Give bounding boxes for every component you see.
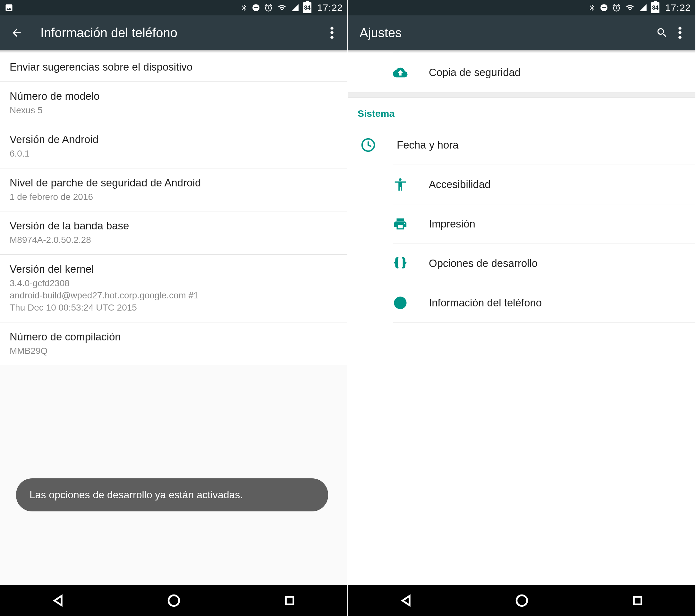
picture-icon (4, 3, 14, 12)
overflow-menu-button[interactable] (323, 24, 341, 42)
list-item-security-patch[interactable]: Nivel de parche de seguridad de Android … (0, 169, 347, 212)
phone-left: 84 17:22 Información del teléfono Enviar… (0, 0, 348, 616)
svg-rect-6 (286, 597, 293, 604)
nav-back-icon (51, 594, 65, 608)
list-item-baseband[interactable]: Versión de la banda base M8974A-2.0.50.2… (0, 211, 347, 255)
nav-home-icon (515, 594, 529, 608)
clock-time: 17:22 (665, 2, 691, 13)
print-icon (393, 217, 415, 231)
list-item-secondary: 3.4.0-gcfd2308 android-build@wped27.hot.… (10, 277, 338, 314)
battery-icon: 84 (651, 2, 660, 13)
bluetooth-icon (588, 3, 596, 12)
wifi-icon (277, 3, 287, 12)
svg-rect-17 (634, 597, 641, 604)
alarm-icon (612, 3, 621, 12)
list-item-model[interactable]: Número de modelo Nexus 5 (0, 82, 347, 125)
settings-list[interactable]: Copia de seguridad Sistema Fecha y hora … (348, 53, 695, 585)
settings-item-backup[interactable]: Copia de seguridad (393, 53, 695, 92)
nav-home-icon (167, 594, 181, 608)
search-button[interactable] (653, 24, 671, 42)
navbar (0, 585, 347, 616)
settings-item-label: Accesibilidad (429, 178, 491, 191)
nav-recent-button[interactable] (618, 591, 657, 610)
section-divider (348, 92, 695, 98)
list-item-primary: Versión del kernel (10, 263, 338, 275)
list-item-secondary: M8974A-2.0.50.2.28 (10, 234, 338, 246)
screen-title: Información del teléfono (41, 26, 323, 40)
navbar (348, 585, 695, 616)
list-item-kernel[interactable]: Versión del kernel 3.4.0-gcfd2308 androi… (0, 255, 347, 322)
battery-icon: 84 (303, 2, 312, 13)
search-icon (656, 27, 668, 39)
list-item-primary: Versión de Android (10, 133, 338, 146)
list-item-secondary: MMB29Q (10, 345, 338, 357)
back-button[interactable] (8, 24, 26, 42)
svg-point-9 (678, 27, 682, 30)
alarm-icon (264, 3, 273, 12)
settings-item-label: Información del teléfono (429, 297, 542, 309)
svg-point-11 (678, 36, 682, 39)
nav-recent-button[interactable] (270, 591, 309, 610)
nav-home-button[interactable] (503, 591, 541, 610)
clock-icon (361, 138, 383, 153)
list-item-secondary: Nexus 5 (10, 104, 338, 116)
battery-level: 84 (304, 4, 311, 11)
more-vert-icon (678, 27, 682, 39)
svg-point-16 (517, 596, 527, 606)
settings-item-label: Fecha y hora (397, 139, 459, 151)
phone-info-list[interactable]: Enviar sugerencias sobre el dispositivo … (0, 53, 347, 585)
overflow-menu-button[interactable] (671, 24, 689, 42)
svg-point-15 (400, 300, 401, 301)
settings-item-developer[interactable]: Opciones de desarrollo (393, 244, 695, 283)
accessibility-icon (393, 177, 415, 192)
settings-item-print[interactable]: Impresión (393, 204, 695, 243)
settings-item-label: Impresión (429, 218, 475, 230)
nav-recent-icon (283, 594, 296, 607)
list-item-primary: Número de modelo (10, 90, 338, 102)
settings-item-label: Copia de seguridad (429, 66, 521, 79)
statusbar: 84 17:22 (348, 0, 695, 15)
signal-icon (639, 3, 647, 12)
settings-item-datetime[interactable]: Fecha y hora (348, 125, 695, 164)
nav-recent-icon (631, 594, 644, 607)
more-vert-icon (330, 27, 334, 39)
statusbar: 84 17:22 (0, 0, 347, 15)
bluetooth-icon (240, 3, 248, 12)
svg-point-12 (399, 178, 401, 181)
settings-item-accessibility[interactable]: Accesibilidad (393, 165, 695, 204)
arrow-back-icon (11, 27, 23, 39)
svg-point-5 (169, 596, 179, 606)
svg-point-4 (330, 36, 334, 39)
list-item-secondary: 1 de febrero de 2016 (10, 191, 338, 203)
appbar-shadow (0, 50, 347, 53)
settings-item-about-phone[interactable]: Información del teléfono (393, 283, 695, 322)
svg-point-2 (330, 27, 334, 30)
toast-message: Las opciones de desarrollo ya están acti… (16, 478, 328, 511)
list-item-secondary: 6.0.1 (10, 147, 338, 160)
settings-item-label: Opciones de desarrollo (429, 257, 538, 269)
list-item-android-version[interactable]: Versión de Android 6.0.1 (0, 125, 347, 169)
appbar: Ajustes (348, 15, 695, 50)
braces-icon (393, 256, 415, 271)
info-icon (393, 296, 415, 310)
screen-title: Ajustes (360, 26, 653, 40)
svg-rect-1 (254, 7, 258, 8)
phone-right: 84 17:22 Ajustes Copia de seguridad (348, 0, 696, 616)
section-header-system: Sistema (348, 98, 695, 125)
appbar-shadow (348, 50, 695, 53)
nav-home-button[interactable] (155, 591, 193, 610)
dnd-icon (600, 3, 608, 12)
list-item-primary: Enviar sugerencias sobre el dispositivo (10, 61, 338, 73)
dnd-icon (252, 3, 260, 12)
battery-level: 84 (652, 4, 659, 11)
list-item-feedback[interactable]: Enviar sugerencias sobre el dispositivo (0, 53, 347, 82)
nav-back-icon (399, 594, 413, 608)
list-item-primary: Nivel de parche de seguridad de Android (10, 177, 338, 189)
list-item-primary: Versión de la banda base (10, 220, 338, 232)
list-item-build[interactable]: Número de compilación MMB29Q (0, 322, 347, 365)
nav-back-button[interactable] (387, 591, 425, 610)
nav-back-button[interactable] (39, 591, 77, 610)
svg-point-10 (678, 31, 682, 34)
clock-time: 17:22 (317, 2, 343, 13)
signal-icon (291, 3, 299, 12)
